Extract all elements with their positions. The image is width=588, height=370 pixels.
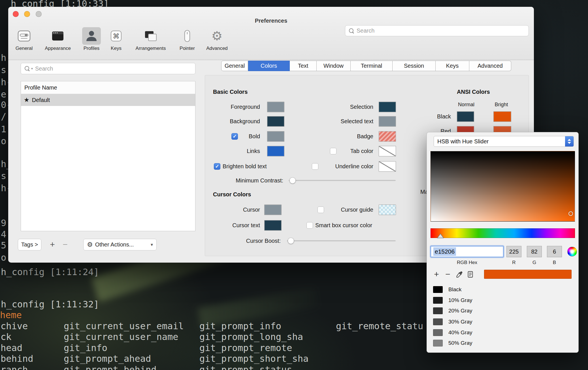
hue-slider-marker[interactable] (437, 233, 444, 238)
foreground-swatch[interactable] (267, 102, 284, 112)
toolbar-item-appearance[interactable]: Appearance (42, 27, 73, 51)
picker-swatch-label: 40% Gray (448, 329, 472, 336)
minimum-contrast-slider[interactable] (289, 180, 396, 181)
cursor-boost-slider[interactable] (287, 240, 396, 241)
color-field-marker[interactable] (568, 211, 573, 216)
profiles-search: ▾ (21, 63, 195, 74)
picker-mode-dropdown[interactable]: HSB with Hue Slider (434, 136, 574, 147)
tab-colors[interactable]: Colors (248, 61, 290, 71)
tab-text[interactable]: Text (290, 61, 317, 71)
bold-swatch[interactable] (267, 131, 284, 142)
hex-value: e15206 (433, 247, 456, 256)
g-label: G (527, 259, 542, 266)
remove-swatch-button[interactable]: − (443, 270, 452, 279)
green-value-field[interactable]: 82 (527, 246, 542, 257)
minimum-contrast-slider-thumb[interactable] (289, 177, 296, 184)
hex-input[interactable]: e15206 (431, 246, 504, 257)
tab-advanced[interactable]: Advanced (469, 61, 511, 71)
tab-color-label: Tab color (339, 146, 373, 156)
cursor-swatch[interactable] (264, 205, 282, 215)
underline-color-swatch[interactable] (379, 161, 396, 172)
profiles-search-input[interactable] (35, 65, 195, 72)
tab-general[interactable]: General (221, 61, 248, 71)
color-wheel-icon[interactable] (567, 247, 577, 256)
selection-swatch[interactable] (379, 102, 396, 112)
picker-swatch-black[interactable] (433, 286, 443, 293)
picker-swatch-40-gray[interactable] (433, 329, 443, 336)
tags-button[interactable]: Tags > (18, 239, 41, 250)
close-button[interactable] (13, 11, 19, 17)
profile-row-default[interactable]: ★ Default (21, 94, 195, 106)
remove-profile-button[interactable]: − (60, 238, 70, 251)
current-color-bar[interactable] (484, 270, 572, 279)
chevron-down-icon: ▾ (151, 242, 153, 247)
add-profile-button[interactable]: + (48, 238, 57, 251)
toolbar-item-arrangements[interactable]: Arrangements (132, 27, 169, 51)
red-value-field[interactable]: 225 (506, 246, 521, 257)
arrangements-icon (141, 27, 160, 45)
terminal-cell: ranch (1, 364, 28, 370)
hue-slider[interactable] (431, 228, 575, 238)
smart-box-cursor-checkbox[interactable] (306, 222, 313, 229)
tab-color-checkbox[interactable] (330, 148, 336, 154)
ansi-black-normal-swatch[interactable] (457, 111, 474, 122)
toolbar-item-general[interactable]: General (13, 27, 35, 51)
other-actions-label: Other Actions... (95, 241, 148, 248)
cursor-boost-slider-thumb[interactable] (288, 238, 294, 244)
tab-terminal[interactable]: Terminal (351, 61, 393, 71)
other-actions-dropdown[interactable]: ⚙ Other Actions... ▾ (83, 239, 157, 250)
badge-swatch[interactable] (379, 131, 396, 142)
selected-text-swatch[interactable] (379, 116, 396, 127)
zoom-button[interactable] (36, 11, 42, 17)
color-picker-popup: HSB with Hue Slider e15206 225 82 6 RGB … (427, 132, 579, 353)
cursor-guide-label: Cursor guide (327, 205, 373, 215)
profile-list-header: Profile Name (21, 81, 195, 94)
swatch-list-icon[interactable] (466, 270, 475, 279)
terminal-cell: git_current_user_email (64, 321, 184, 331)
cursor-label: Cursor (203, 205, 260, 215)
toolbar-item-keys[interactable]: ⌘ Keys (108, 27, 125, 51)
profile-tabs: General Colors Text Window Terminal Sess… (221, 61, 511, 71)
bold-label: Bold (203, 131, 260, 142)
underline-color-checkbox[interactable] (312, 163, 318, 170)
toolbar-item-advanced[interactable]: ⚙ Advanced (203, 27, 231, 51)
picker-swatch-30-gray[interactable] (433, 318, 443, 325)
appearance-icon (48, 27, 67, 45)
brighten-bold-checkbox[interactable] (214, 163, 220, 170)
star-icon: ★ (24, 97, 29, 103)
cursor-guide-checkbox[interactable] (318, 207, 324, 213)
toolbar-label: Appearance (45, 46, 71, 51)
blue-value-field[interactable]: 6 (547, 246, 562, 257)
window-title: Preferences (8, 18, 534, 24)
terminal-fragment: 9 (1, 218, 6, 228)
background-swatch[interactable] (267, 116, 284, 127)
terminal-fragment: 1 (1, 124, 6, 135)
saturation-brightness-field[interactable] (431, 151, 575, 222)
picker-swatch-50-gray[interactable] (433, 340, 443, 346)
keys-icon: ⌘ (107, 27, 125, 45)
toolbar-item-pointer[interactable]: Pointer (176, 27, 199, 51)
minimize-button[interactable] (24, 11, 30, 17)
terminal-line: heme (0, 310, 22, 320)
tab-session[interactable]: Session (393, 61, 436, 71)
cursor-text-swatch[interactable] (264, 220, 282, 231)
add-swatch-button[interactable]: + (432, 270, 441, 279)
eyedropper-icon[interactable] (455, 270, 464, 279)
toolbar-label: General (16, 46, 33, 51)
picker-swatch-10-gray[interactable] (433, 297, 443, 304)
svg-text:⌘: ⌘ (113, 32, 120, 40)
cursor-guide-swatch[interactable] (379, 205, 396, 215)
links-swatch[interactable] (267, 146, 284, 156)
ansi-black-bright-swatch[interactable] (493, 111, 511, 122)
tab-keys[interactable]: Keys (436, 61, 469, 71)
picker-swatch-20-gray[interactable] (433, 307, 443, 314)
toolbar-search (345, 25, 529, 36)
tab-window[interactable]: Window (317, 61, 351, 71)
profile-list: Profile Name ★ Default (21, 81, 195, 231)
toolbar-item-profiles[interactable]: Profiles (79, 27, 104, 51)
tab-color-swatch[interactable] (379, 146, 396, 156)
toolbar-search-input[interactable] (357, 27, 529, 34)
b-label: B (547, 259, 562, 266)
picker-swatch-label: 20% Gray (448, 307, 472, 314)
terminal-cell: git_prompt_info (199, 321, 281, 331)
